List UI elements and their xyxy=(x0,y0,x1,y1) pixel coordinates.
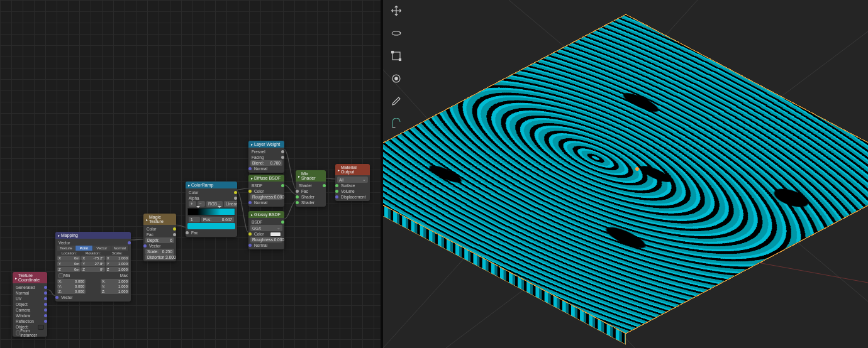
rot-z[interactable]: Z0° xyxy=(81,267,104,272)
rot-y[interactable]: Y27.8° xyxy=(81,261,104,266)
mapping-tab-normal[interactable]: Normal xyxy=(111,246,130,251)
node-title: Mapping xyxy=(61,233,78,237)
node-title: Diffuse BSDF xyxy=(254,176,281,180)
socket-label: UV xyxy=(16,296,21,301)
mapping-tab-texture[interactable]: Texture xyxy=(57,246,75,251)
viewport-3d-panel[interactable] xyxy=(383,0,868,348)
socket-label: Reflection xyxy=(16,319,34,324)
rotate-tool-icon[interactable] xyxy=(389,26,403,40)
annotate-tool-icon[interactable] xyxy=(389,94,403,108)
scale-field[interactable]: Scale:0.250 xyxy=(145,249,174,254)
node-material-output[interactable]: Material Output All Surface Volume Displ… xyxy=(335,164,370,201)
svg-point-5 xyxy=(395,77,398,80)
socket-label: Vector xyxy=(58,241,70,245)
node-title: Mix Shader xyxy=(301,171,323,180)
output-target[interactable]: All xyxy=(337,177,368,183)
socket-label: BSDF xyxy=(252,220,262,224)
socket-label: Vector xyxy=(61,295,72,300)
glossy-distribution[interactable]: GGX xyxy=(250,225,282,231)
ramp-color-swatch[interactable] xyxy=(187,223,235,229)
socket-label: Window xyxy=(16,313,30,318)
scale-tool-icon[interactable] xyxy=(389,49,403,63)
node-layer-weight[interactable]: Layer Weight Fresnel Facing Blend:0.700 … xyxy=(248,141,284,173)
svg-rect-2 xyxy=(392,52,394,53)
socket-label: Fac xyxy=(301,189,308,193)
socket-label: Fac xyxy=(147,232,153,237)
node-title: Material Output xyxy=(341,165,367,174)
node-header[interactable]: Layer Weight xyxy=(248,141,284,148)
node-glossy-bsdf[interactable]: Glossy BSDF BSDF GGX Color Roughness:0.0… xyxy=(248,211,284,249)
max-x[interactable]: X:1.000 xyxy=(101,279,129,284)
node-magic-texture[interactable]: Magic Texture Color Fac Depth:6 Vector S… xyxy=(143,214,176,261)
field-label: Min xyxy=(64,273,70,278)
socket-label: Displacement xyxy=(341,195,365,199)
node-mix-shader[interactable]: Mix Shader Shader Fac Shader Shader xyxy=(296,170,326,207)
plane-top-face xyxy=(383,15,868,334)
socket-label: BSDF xyxy=(252,183,262,188)
node-header[interactable]: ColorRamp xyxy=(186,182,237,188)
socket-label: Object xyxy=(16,302,28,307)
node-header[interactable]: Diffuse BSDF xyxy=(248,175,284,182)
node-editor-panel[interactable]: Texture Coordinate Generated Normal UV O… xyxy=(0,0,381,348)
max-y[interactable]: Y:1.000 xyxy=(101,284,129,289)
measure-tool-icon[interactable] xyxy=(389,117,403,131)
node-header[interactable]: Mix Shader xyxy=(296,170,326,182)
node-header[interactable]: Glossy BSDF xyxy=(248,211,284,218)
max-z[interactable]: Z:1.000 xyxy=(101,289,129,294)
min-y[interactable]: Y:0.000 xyxy=(57,284,86,289)
node-header[interactable]: Magic Texture xyxy=(143,214,176,225)
min-z[interactable]: Z:0.000 xyxy=(57,289,86,294)
ramp-interp[interactable]: Linear xyxy=(224,201,237,207)
node-title: ColorRamp xyxy=(191,183,213,187)
depth-field[interactable]: Depth:6 xyxy=(145,237,174,243)
socket-label: Normal xyxy=(254,166,267,171)
mapping-tab-point[interactable]: Point xyxy=(75,246,94,251)
glossy-color-swatch[interactable] xyxy=(270,232,281,237)
loc-y[interactable]: Y0m xyxy=(57,261,81,266)
scl-y[interactable]: Y1.000 xyxy=(106,261,129,266)
node-diffuse-bsdf[interactable]: Diffuse BSDF BSDF Color Roughness:0.000 … xyxy=(248,175,284,207)
from-instancer-checkbox[interactable] xyxy=(16,330,20,335)
mapping-tab-vector[interactable]: Vector xyxy=(93,246,111,251)
distortion-field[interactable]: Distortion:3.000 xyxy=(145,254,174,260)
loc-x[interactable]: X0m xyxy=(57,256,81,261)
diffuse-roughness[interactable]: Roughness:0.000 xyxy=(250,194,282,200)
node-header[interactable]: Mapping xyxy=(55,232,131,239)
ramp-index[interactable]: 1 xyxy=(189,217,200,222)
node-mapping[interactable]: Mapping Vector Texture Point Vector Norm… xyxy=(55,232,131,302)
scl-z[interactable]: Z1.000 xyxy=(106,267,129,272)
socket-label: Color xyxy=(189,190,199,195)
min-x[interactable]: X:0.000 xyxy=(57,279,86,284)
move-tool-icon[interactable] xyxy=(389,4,403,18)
node-title: Glossy BSDF xyxy=(254,212,281,217)
glossy-roughness[interactable]: Roughness:0.000 xyxy=(250,237,282,242)
ramp-add[interactable]: + xyxy=(189,201,196,207)
socket-label: Camera xyxy=(16,308,30,312)
socket-label: Normal xyxy=(254,200,267,205)
node-header[interactable]: Texture Coordinate xyxy=(13,272,47,283)
node-texture-coordinate[interactable]: Texture Coordinate Generated Normal UV O… xyxy=(13,272,47,337)
socket-label: Normal xyxy=(254,243,267,247)
blend-field[interactable]: Blend:0.700 xyxy=(250,160,282,166)
colorramp-gradient[interactable] xyxy=(187,208,235,215)
field-label: From Instancer xyxy=(20,329,44,337)
ramp-pos[interactable]: Pos:0.647 xyxy=(201,217,234,222)
loc-z[interactable]: Z0m xyxy=(57,267,81,272)
socket-label: Alpha xyxy=(189,196,199,200)
svg-rect-3 xyxy=(399,59,401,61)
node-colorramp[interactable]: ColorRamp Color Alpha + − RGB Linear 1 P… xyxy=(186,182,237,237)
min-checkbox[interactable] xyxy=(58,273,64,278)
node-title: Magic Texture xyxy=(149,215,174,224)
socket-label: Fresnel xyxy=(252,150,265,154)
node-header[interactable]: Material Output xyxy=(335,164,370,175)
socket-label: Color xyxy=(254,232,264,236)
socket-label: Normal xyxy=(16,291,29,295)
viewport-object-plane[interactable] xyxy=(412,0,840,348)
socket-label: Fac xyxy=(191,231,198,235)
col-header: Rotation: xyxy=(81,251,104,255)
field-label: Max xyxy=(120,273,128,278)
object-origin-icon xyxy=(635,167,639,171)
scl-x[interactable]: X1.000 xyxy=(106,256,129,261)
transform-tool-icon[interactable] xyxy=(389,72,403,85)
rot-x[interactable]: X-75.2° xyxy=(81,256,104,261)
